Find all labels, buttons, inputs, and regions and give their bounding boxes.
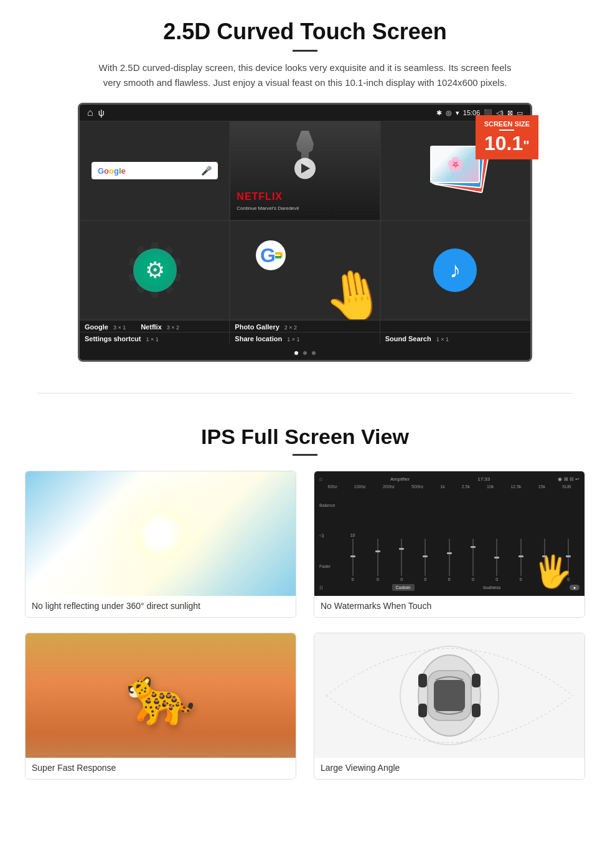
- label-photos-size: 2 × 2: [284, 324, 297, 331]
- dots-indicator: [80, 344, 530, 360]
- label-sound: Sound Search 1 × 1: [380, 333, 530, 344]
- location-icon: ◎: [446, 109, 452, 117]
- section-ips: IPS Full Screen View No light reflecting…: [0, 412, 610, 798]
- title-underline-2: [293, 454, 317, 456]
- usb-icon: ψ: [98, 108, 105, 118]
- feature-sunlight: No light reflecting under 360° direct su…: [25, 471, 296, 618]
- features-grid: No light reflecting under 360° direct su…: [25, 471, 585, 780]
- app-cell-sound[interactable]: ♪: [380, 220, 530, 320]
- status-bar: ⌂ ψ ✱ ◎ ▾ 15:06 ⬛ ◁) ⊠ ▭: [80, 105, 530, 121]
- amp-title: Amplifier: [390, 476, 410, 482]
- car-image: [314, 633, 584, 758]
- amp-slider-1: 10 0: [350, 533, 355, 582]
- dot-1: [294, 351, 298, 355]
- label-google: Google 3 × 1 Netflix 3 × 2: [80, 321, 230, 332]
- amplifier-image: ⌂ Amplifier 17:33 ◉ ⊞ ⊟ ↩ 60hz 100hz 200…: [314, 471, 584, 596]
- app-grid: Google 🎤 NETFLIX: [80, 121, 530, 320]
- label-google-name: Google: [85, 323, 108, 331]
- sun-glow: [136, 509, 185, 559]
- amp-track-1[interactable]: [352, 539, 354, 576]
- dot-3: [312, 351, 316, 355]
- badge-label: Screen Size: [484, 120, 530, 128]
- amp-back-icon: ⟨⟨: [319, 585, 323, 590]
- hand-pointer-icon: 🤚: [319, 262, 380, 320]
- feature-amplifier: ⌂ Amplifier 17:33 ◉ ⊞ ⊟ ↩ 60hz 100hz 200…: [314, 471, 585, 618]
- google-logo: Google: [98, 166, 126, 176]
- label-google-size: 3 × 1: [113, 324, 126, 331]
- caption-amplifier: No Watermarks When Touch: [314, 596, 584, 617]
- amp-track-8[interactable]: [520, 539, 522, 576]
- amp-time: 17:33: [477, 476, 490, 482]
- amp-icons: ◉ ⊞ ⊟ ↩: [558, 476, 580, 482]
- amp-loudness-label: loudness: [483, 585, 500, 590]
- amp-slider-7: 0: [495, 537, 498, 582]
- label-share: Share location 1 × 1: [230, 333, 380, 344]
- amp-left-labels: Balance ◁) Fader 10 0: [319, 490, 580, 582]
- badge-underline: [499, 130, 514, 131]
- amp-track-2[interactable]: [377, 539, 378, 576]
- cheetah-icon: 🐆: [126, 663, 195, 729]
- bluetooth-icon: ✱: [436, 109, 442, 117]
- amp-track-4[interactable]: [425, 539, 426, 576]
- title-underline-1: [293, 50, 317, 52]
- screen-size-badge: Screen Size 10.1": [476, 115, 538, 159]
- amp-slider-5: 0: [448, 537, 451, 582]
- grid-labels-row2: Settings shortcut 1 × 1 Share location 1…: [80, 332, 530, 344]
- section1-desc: With 2.5D curved-display screen, this de…: [93, 60, 517, 90]
- photo-card-3: 🌸: [430, 146, 480, 183]
- amp-side-labels: Balance ◁) Fader: [319, 490, 338, 582]
- caption-cheetah: Super Fast Response: [26, 758, 296, 779]
- dust-cloud: [26, 733, 296, 758]
- section-curved: 2.5D Curved Touch Screen With 2.5D curve…: [0, 0, 610, 374]
- amp-slider-6: 0: [472, 537, 474, 582]
- amp-track-7[interactable]: [496, 539, 497, 576]
- cheetah-image: 🐆: [26, 633, 296, 758]
- amp-slider-8: 0: [520, 537, 522, 582]
- screen-mockup: ⌂ ψ ✱ ◎ ▾ 15:06 ⬛ ◁) ⊠ ▭: [78, 103, 532, 362]
- amp-hand-icon: 🖐: [533, 554, 572, 590]
- label-settings-size: 1 × 1: [146, 336, 158, 342]
- netflix-subtitle: Continue Marvel's Daredevil: [237, 205, 299, 211]
- feature-cheetah: 🐆 Super Fast Response: [25, 633, 296, 780]
- music-note-icon: ♪: [449, 257, 461, 283]
- amp-track-3[interactable]: [401, 539, 402, 576]
- label-photos-name: Photo Gallery: [235, 323, 279, 331]
- mic-icon: 🎤: [201, 166, 212, 176]
- netflix-logo: NETFLIX: [237, 191, 283, 202]
- label-settings: Settings shortcut 1 × 1: [80, 333, 230, 344]
- label-settings-name: Settings shortcut: [85, 335, 141, 342]
- feature-car: Large Viewing Angle: [314, 633, 585, 780]
- amp-slider-4: 0: [424, 537, 426, 582]
- label-share-size: 1 × 1: [287, 336, 299, 342]
- amp-slider-2: 0: [377, 537, 379, 582]
- app-cell-settings[interactable]: ⚙ ⚙: [80, 220, 230, 320]
- section2-title: IPS Full Screen View: [25, 425, 585, 449]
- amp-slider-3: 0: [400, 537, 403, 582]
- label-netflix-size: 3 × 2: [167, 324, 179, 331]
- svg-text:G: G: [260, 244, 276, 267]
- grid-labels-row1: Google 3 × 1 Netflix 3 × 2 Photo Gallery…: [80, 320, 530, 332]
- sound-search-icon: ♪: [433, 248, 477, 292]
- home-icon[interactable]: ⌂: [87, 107, 93, 118]
- sunlight-image: [26, 471, 296, 596]
- google-search-bar[interactable]: Google 🎤: [92, 162, 218, 179]
- play-triangle: [301, 164, 310, 174]
- section1-title: 2.5D Curved Touch Screen: [25, 19, 585, 45]
- angle-indicator-svg: [314, 633, 584, 758]
- label-netflix-name: Netflix: [141, 323, 162, 331]
- caption-sunlight: No light reflecting under 360° direct su…: [26, 596, 296, 617]
- label-sound-name: Sound Search: [385, 335, 431, 342]
- google-maps-icon: G: [255, 240, 286, 278]
- amp-track-6[interactable]: [472, 539, 474, 576]
- badge-size: 10.1": [484, 133, 530, 154]
- app-cell-netflix[interactable]: NETFLIX Continue Marvel's Daredevil: [230, 121, 380, 220]
- caption-car: Large Viewing Angle: [314, 758, 584, 779]
- status-left: ⌂ ψ: [87, 107, 105, 118]
- app-cell-share[interactable]: G 🤚: [230, 220, 380, 320]
- amp-track-5[interactable]: [449, 539, 450, 576]
- screen-wrapper: Screen Size 10.1" ⌂ ψ ✱ ◎ ▾: [78, 103, 532, 362]
- amp-custom-button[interactable]: Custom: [392, 584, 415, 591]
- gear-bg-icon: ⚙: [121, 227, 189, 314]
- play-button[interactable]: [294, 158, 316, 179]
- app-cell-google[interactable]: Google 🎤: [80, 121, 230, 220]
